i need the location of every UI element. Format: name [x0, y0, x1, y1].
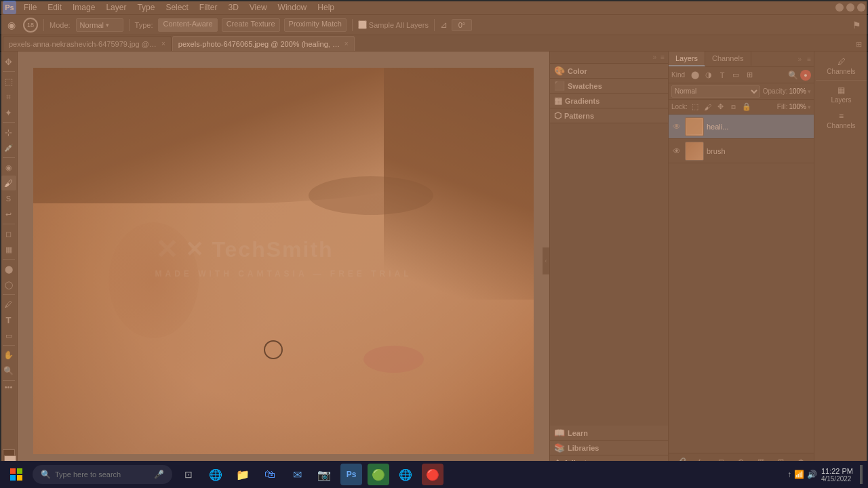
taskbar-chrome-icon[interactable]: 🌐 — [395, 464, 416, 485]
taskbar: 🔍 🎤 ⊡ 🌐 📁 🛍 ✉ 📷 Ps 🟢 🌐 🔴 ↑ 📶 🔊 11:22 PM … — [0, 461, 868, 488]
svg-rect-2 — [10, 475, 16, 481]
mic-icon: 🎤 — [154, 470, 164, 479]
layer-item-1[interactable]: 👁 brush — [669, 139, 814, 163]
taskbar-search-box[interactable]: 🔍 🎤 — [33, 465, 172, 484]
taskbar-mail-icon[interactable]: ✉ — [286, 464, 308, 485]
tray-icons[interactable]: ↑ 📶 🔊 — [787, 470, 817, 479]
layers-list: 👁 heali... 👁 brush — [669, 115, 814, 453]
clock-date: 4/15/2022 — [821, 475, 853, 483]
svg-rect-1 — [17, 468, 22, 474]
clock[interactable]: 11:22 PM 4/15/2022 — [821, 467, 853, 483]
tray-volume-icon[interactable]: 🔊 — [807, 470, 817, 479]
svg-rect-3 — [17, 475, 22, 481]
clock-time: 11:22 PM — [821, 467, 853, 475]
start-btn[interactable] — [5, 464, 27, 485]
show-desktop-btn[interactable] — [860, 465, 863, 484]
svg-rect-0 — [10, 468, 16, 474]
tray-network-icon[interactable]: 📶 — [794, 470, 804, 479]
layer-1-thumbnail — [685, 142, 704, 161]
tray-up-icon[interactable]: ↑ — [787, 470, 791, 479]
taskbar-green-icon[interactable]: 🟢 — [368, 464, 389, 485]
main-layout: ✥ ⬚ ⌗ ✦ ⊹ 💉 ◉ 🖌 S ↩ ◻ ▦ ⬤ ◯ 🖊 T ▭ ✋ 🔍 ••… — [0, 52, 868, 470]
layers-panel: Layers Channels » ≡ Kind ⬤ ◑ T ▭ ⊞ 🔍 ● N… — [668, 52, 814, 470]
system-tray: ↑ 📶 🔊 11:22 PM 4/15/2022 — [787, 465, 863, 484]
search-input[interactable] — [55, 470, 150, 479]
task-view-btn[interactable]: ⊡ — [178, 464, 199, 485]
taskbar-photos-icon[interactable]: 📷 — [313, 464, 335, 485]
search-icon: 🔍 — [41, 470, 51, 479]
taskbar-ps-icon[interactable]: Ps — [340, 464, 362, 485]
taskbar-store-icon[interactable]: 🛍 — [259, 464, 281, 485]
taskbar-red-icon[interactable]: 🔴 — [422, 464, 443, 485]
taskbar-explorer-icon[interactable]: 📁 — [232, 464, 254, 485]
taskbar-edge-icon[interactable]: 🌐 — [205, 464, 226, 485]
